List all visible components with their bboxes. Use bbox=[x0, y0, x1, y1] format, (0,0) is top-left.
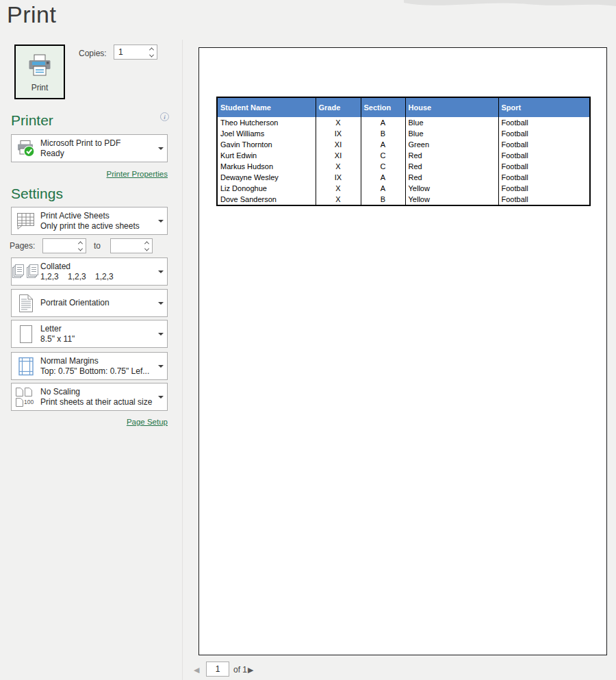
scaling-dropdown[interactable]: 100 No Scaling Print sheets at their act… bbox=[11, 383, 168, 411]
table-cell: Red bbox=[405, 150, 498, 161]
settings-section-heading: Settings bbox=[11, 186, 63, 202]
table-header-cell: Section bbox=[361, 97, 405, 117]
margin-guides-icon bbox=[18, 357, 34, 376]
table-cell: XI bbox=[316, 139, 361, 150]
info-icon[interactable]: i bbox=[160, 112, 169, 121]
table-cell: A bbox=[361, 172, 405, 183]
table-cell: XI bbox=[316, 150, 361, 161]
table-cell: Yellow bbox=[405, 183, 498, 194]
table-cell: B bbox=[361, 128, 405, 139]
table-cell: Football bbox=[498, 128, 590, 139]
printer-status: Ready bbox=[40, 149, 155, 159]
table-cell: A bbox=[361, 117, 405, 128]
table-cell: Red bbox=[405, 161, 498, 172]
table-cell: Liz Donoghue bbox=[217, 183, 316, 194]
pages-from-input[interactable] bbox=[43, 239, 75, 253]
table-cell: C bbox=[361, 161, 405, 172]
print-preview-page: Student NameGradeSectionHouseSport Theo … bbox=[198, 47, 607, 655]
dropdown-arrow-icon bbox=[158, 270, 164, 273]
table-cell: Football bbox=[498, 117, 590, 128]
printer-properties-link[interactable]: Printer Properties bbox=[107, 170, 168, 178]
table-cell: Football bbox=[498, 139, 590, 150]
chevron-down-icon bbox=[149, 52, 153, 57]
pages-from-spin-up-button[interactable] bbox=[75, 239, 86, 246]
pages-to-spin-down-button[interactable] bbox=[141, 246, 152, 253]
margins-dropdown[interactable]: Normal Margins Top: 0.75" Bottom: 0.75" … bbox=[11, 352, 168, 380]
copies-spinner bbox=[114, 45, 157, 60]
table-cell: Football bbox=[498, 172, 590, 183]
table-cell: X bbox=[316, 194, 361, 205]
printer-section-heading: Printer bbox=[11, 112, 53, 129]
orientation-dropdown[interactable]: Portrait Orientation bbox=[11, 289, 168, 317]
scaling-badge-text: 100 bbox=[24, 399, 34, 405]
dropdown-arrow-icon bbox=[158, 220, 164, 223]
blank-page-icon bbox=[18, 325, 34, 344]
table-cell: IX bbox=[316, 172, 361, 183]
table-row: Gavin ThorntonXIAGreenFootball bbox=[217, 139, 590, 150]
pages-to-input[interactable] bbox=[111, 239, 141, 253]
preview-table-head-row: Student NameGradeSectionHouseSport bbox=[217, 97, 590, 117]
table-cell: Kurt Edwin bbox=[217, 150, 316, 161]
table-row: Kurt EdwinXICRedFootball bbox=[217, 150, 590, 161]
printer-select-dropdown[interactable]: Microsoft Print to PDF Ready bbox=[11, 134, 168, 162]
table-cell: A bbox=[361, 183, 405, 194]
table-cell: Gavin Thornton bbox=[217, 139, 316, 150]
copies-spin-up-button[interactable] bbox=[146, 45, 157, 52]
table-cell: A bbox=[361, 139, 405, 150]
chevron-up-icon bbox=[144, 241, 149, 246]
table-cell: Theo Hutcherson bbox=[217, 117, 316, 128]
paper-size-label: Letter bbox=[40, 324, 155, 334]
portrait-page-icon bbox=[18, 294, 34, 313]
table-cell: Football bbox=[498, 194, 590, 205]
pages-from-spin-down-button[interactable] bbox=[75, 246, 86, 253]
dropdown-arrow-icon bbox=[158, 302, 164, 305]
table-row: Dewayne WesleyIXARedFootball bbox=[217, 172, 590, 183]
paper-size-dropdown[interactable]: Letter 8.5" x 11" bbox=[11, 320, 168, 348]
print-button[interactable]: Print bbox=[14, 45, 65, 99]
margins-sublabel: Top: 0.75" Bottom: 0.75" Lef... bbox=[40, 366, 155, 377]
collation-dropdown[interactable]: Collated 1,2,3 1,2,3 1,2,3 bbox=[11, 257, 168, 286]
dropdown-arrow-icon bbox=[158, 396, 164, 399]
table-header-cell: Sport bbox=[498, 97, 590, 117]
page-number-input[interactable] bbox=[206, 662, 229, 677]
copies-label: Copies: bbox=[79, 49, 107, 58]
table-cell: Dewayne Wesley bbox=[217, 172, 316, 183]
panel-divider bbox=[182, 40, 183, 680]
table-cell: C bbox=[361, 150, 405, 161]
table-cell: Football bbox=[498, 150, 590, 161]
paper-size-sublabel: 8.5" x 11" bbox=[40, 334, 155, 344]
backstage-decoration bbox=[404, 0, 616, 15]
pages-to-spin-up-button[interactable] bbox=[141, 239, 152, 246]
table-row: Dove SandersonXBYellowFootball bbox=[217, 194, 590, 205]
table-header-cell: Grade bbox=[316, 97, 361, 117]
table-header-cell: House bbox=[405, 97, 498, 117]
table-cell: Football bbox=[498, 161, 590, 172]
copies-input[interactable] bbox=[114, 45, 146, 59]
table-cell: X bbox=[316, 117, 361, 128]
preview-table: Student NameGradeSectionHouseSport Theo … bbox=[216, 97, 591, 206]
spreadsheet-grid-icon bbox=[16, 212, 36, 230]
what-to-print-sublabel: Only print the active sheets bbox=[40, 221, 155, 231]
scaling-sublabel: Print sheets at their actual size bbox=[40, 397, 155, 407]
collation-sublabel: 1,2,3 1,2,3 1,2,3 bbox=[40, 272, 155, 282]
table-cell: Blue bbox=[405, 117, 498, 128]
dropdown-arrow-icon bbox=[158, 147, 164, 150]
table-cell: Joel Williams bbox=[217, 128, 316, 139]
table-row: Theo HutchersonXABlueFootball bbox=[217, 117, 590, 128]
chevron-down-icon bbox=[77, 246, 82, 251]
pages-to-spinner bbox=[110, 238, 153, 253]
what-to-print-label: Print Active Sheets bbox=[40, 211, 155, 221]
table-cell: Football bbox=[498, 183, 590, 194]
printer-icon bbox=[26, 54, 53, 77]
page-setup-link[interactable]: Page Setup bbox=[127, 418, 168, 426]
next-page-button[interactable]: ▶ bbox=[248, 663, 253, 677]
table-row: Liz DonoghueXAYellowFootball bbox=[217, 183, 590, 194]
table-header-cell: Student Name bbox=[217, 97, 316, 117]
copies-spin-down-button[interactable] bbox=[146, 52, 157, 59]
pages-from-spinner bbox=[42, 238, 86, 253]
previous-page-button[interactable]: ◀ bbox=[194, 663, 199, 677]
dropdown-arrow-icon bbox=[158, 365, 164, 368]
table-row: Markus HudsonXCRedFootball bbox=[217, 161, 590, 172]
margins-label: Normal Margins bbox=[40, 356, 155, 366]
what-to-print-dropdown[interactable]: Print Active Sheets Only print the activ… bbox=[11, 207, 168, 235]
